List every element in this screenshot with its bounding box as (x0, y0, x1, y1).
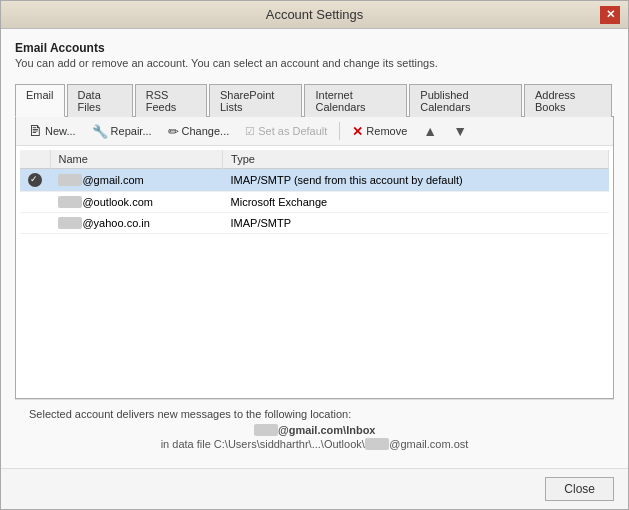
window-title: Account Settings (29, 7, 600, 22)
row-name: @gmail.com (50, 169, 223, 192)
title-bar: Account Settings ✕ (1, 1, 628, 29)
footer-location: @gmail.com\Inbox (29, 424, 600, 436)
change-button[interactable]: ✏ Change... (162, 122, 236, 141)
arrow-down-icon: ▼ (453, 123, 467, 139)
tab-email[interactable]: Email (15, 84, 65, 117)
set-default-button[interactable]: ☑ Set as Default (239, 123, 333, 140)
new-button[interactable]: 🖹 New... (22, 121, 82, 141)
set-default-icon: ☑ (245, 125, 255, 138)
toolbar-separator (339, 122, 340, 140)
table-row[interactable]: @yahoo.co.in IMAP/SMTP (20, 213, 609, 234)
row-type: IMAP/SMTP (send from this account by def… (223, 169, 609, 192)
row-type: Microsoft Exchange (223, 192, 609, 213)
close-button[interactable]: Close (545, 477, 614, 501)
set-default-label: Set as Default (258, 125, 327, 137)
col-header-type: Type (223, 150, 609, 169)
email-accounts-description: You can add or remove an account. You ca… (15, 57, 614, 69)
tab-published-calendars[interactable]: Published Calendars (409, 84, 522, 117)
name-suffix: @yahoo.co.in (82, 217, 149, 229)
account-settings-window: Account Settings ✕ Email Accounts You ca… (0, 0, 629, 510)
email-accounts-header: Email Accounts You can add or remove an … (15, 41, 614, 69)
remove-icon: ✕ (352, 124, 363, 139)
tab-panel-email: 🖹 New... 🔧 Repair... ✏ Change... ☑ Set a… (15, 117, 614, 399)
tab-sharepoint-lists[interactable]: SharePoint Lists (209, 84, 303, 117)
row-check-icon (20, 169, 50, 192)
tab-address-books[interactable]: Address Books (524, 84, 612, 117)
footer-info: Selected account delivers new messages t… (15, 399, 614, 458)
name-blur (58, 174, 82, 186)
datafile-suffix: @gmail.com.ost (389, 438, 468, 450)
arrow-up-icon: ▲ (423, 123, 437, 139)
repair-icon: 🔧 (92, 124, 108, 139)
tabs-container: Email Data Files RSS Feeds SharePoint Li… (15, 83, 614, 399)
name-suffix: @outlook.com (82, 196, 152, 208)
tab-internet-calendars[interactable]: Internet Calendars (304, 84, 407, 117)
row-name: @outlook.com (50, 192, 223, 213)
name-blur (58, 217, 82, 229)
table-row[interactable]: @gmail.com IMAP/SMTP (send from this acc… (20, 169, 609, 192)
row-type: IMAP/SMTP (223, 213, 609, 234)
datafile-prefix: in data file C:\Users\siddharthr\...\Out… (161, 438, 365, 450)
default-account-icon (28, 173, 42, 187)
main-content: Email Accounts You can add or remove an … (1, 29, 628, 468)
col-header-name: Name (50, 150, 223, 169)
tab-list: Email Data Files RSS Feeds SharePoint Li… (15, 83, 614, 117)
footer-datafile: in data file C:\Users\siddharthr\...\Out… (29, 438, 600, 450)
move-up-button[interactable]: ▲ (417, 121, 443, 141)
email-accounts-title: Email Accounts (15, 41, 614, 55)
repair-label: Repair... (111, 125, 152, 137)
toolbar: 🖹 New... 🔧 Repair... ✏ Change... ☑ Set a… (16, 117, 613, 146)
tab-rss-feeds[interactable]: RSS Feeds (135, 84, 207, 117)
account-table: Name Type @gmail.com (20, 150, 609, 234)
table-row[interactable]: @outlook.com Microsoft Exchange (20, 192, 609, 213)
row-name: @yahoo.co.in (50, 213, 223, 234)
location-blur (254, 424, 278, 436)
bottom-bar: Close (1, 468, 628, 509)
col-header-icon (20, 150, 50, 169)
name-blur (58, 196, 82, 208)
new-icon: 🖹 (28, 123, 42, 139)
name-suffix: @gmail.com (82, 174, 143, 186)
row-icon-empty (20, 213, 50, 234)
remove-button[interactable]: ✕ Remove (346, 122, 413, 141)
new-label: New... (45, 125, 76, 137)
close-window-button[interactable]: ✕ (600, 6, 620, 24)
change-label: Change... (182, 125, 230, 137)
tab-data-files[interactable]: Data Files (67, 84, 133, 117)
remove-label: Remove (366, 125, 407, 137)
change-icon: ✏ (168, 124, 179, 139)
datafile-blur (365, 438, 389, 450)
account-table-container: Name Type @gmail.com (20, 150, 609, 394)
repair-button[interactable]: 🔧 Repair... (86, 122, 158, 141)
row-icon-empty (20, 192, 50, 213)
move-down-button[interactable]: ▼ (447, 121, 473, 141)
footer-description: Selected account delivers new messages t… (29, 408, 600, 420)
location-suffix: @gmail.com\Inbox (278, 424, 376, 436)
